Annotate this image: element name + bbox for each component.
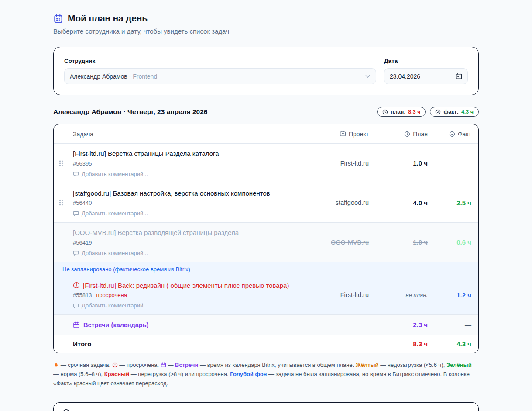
- task-id: #56440: [73, 200, 303, 206]
- tasks-table: Задача Проект План Факт: [53, 124, 479, 353]
- alert-circle-icon: [73, 282, 80, 289]
- clock-icon: [404, 131, 410, 137]
- employee-field: Сотрудник Александр Абрамов · Frontend: [64, 58, 376, 84]
- clock-icon: [382, 109, 388, 115]
- column-header-task: Задача: [73, 131, 303, 138]
- comment-input[interactable]: Добавить комментарий...: [73, 250, 303, 256]
- question-circle-icon: [62, 409, 70, 411]
- plan-cell: 1.0 ч: [369, 238, 428, 246]
- page-header: Мой план на день Выберите сотрудника и д…: [53, 13, 479, 35]
- legend: — срочная задача. — просрочена. — Встреч…: [53, 361, 472, 388]
- task-id: #56395: [73, 160, 303, 167]
- employee-name: Александр Абрамов: [70, 73, 127, 80]
- plan-badge-value: 8.3 ч: [408, 109, 420, 115]
- plan-badge-label: план:: [391, 109, 405, 115]
- calendar-icon: [53, 14, 63, 24]
- task-row-completed: [OOO-MVB.ru] Верстка разводящей страницы…: [54, 223, 478, 262]
- calendar-icon: [161, 362, 168, 368]
- meetings-row: Встречи (календарь) 2.3 ч —: [54, 315, 478, 335]
- help-title: Как пользоваться инструментом: [74, 409, 181, 411]
- date-value: 23.04.2026: [390, 73, 420, 80]
- legend-green-word: Зелёный: [446, 362, 472, 368]
- fact-badge: факт: 4.3 ч: [430, 107, 479, 117]
- fact-cell: —: [428, 159, 471, 167]
- fact-cell: 0.6 ч: [428, 238, 471, 246]
- task-title[interactable]: [First-ltd.ru] Back: редизайн ( общие эл…: [83, 281, 289, 290]
- date-picker-calendar-icon[interactable]: [456, 73, 462, 79]
- task-title[interactable]: [OOO-MVB.ru] Верстка разводящей страницы…: [73, 228, 303, 237]
- comment-icon: [73, 303, 79, 309]
- project-cell: OOO-MVB.ru: [303, 239, 369, 246]
- plan-cell: не план.: [369, 292, 428, 298]
- total-label: Итого: [73, 340, 303, 348]
- plan-cell: 4.0 ч: [369, 199, 428, 207]
- fact-cell: 1.2 ч: [428, 291, 471, 299]
- check-circle-icon: [449, 131, 455, 137]
- employee-select[interactable]: Александр Абрамов · Frontend: [64, 68, 376, 84]
- folder-icon: [340, 131, 346, 137]
- comment-input[interactable]: Добавить комментарий...: [73, 171, 303, 177]
- comment-input[interactable]: Добавить комментарий...: [73, 302, 303, 309]
- total-row: Итого 8.3 ч 4.3 ч: [54, 335, 478, 353]
- date-field: Дата 23.04.2026: [384, 58, 468, 84]
- comment-icon: [73, 171, 79, 177]
- page: Мой план на день Выберите сотрудника и д…: [53, 0, 479, 411]
- legend-blue-word: Голубой фон: [230, 371, 267, 377]
- fact-cell: 2.5 ч: [428, 199, 471, 207]
- fact-cell: —: [428, 321, 471, 328]
- plan-cell: 2.3 ч: [369, 321, 428, 328]
- page-subtitle: Выберите сотрудника и дату, чтобы увидет…: [53, 28, 479, 35]
- project-cell: First-ltd.ru: [303, 291, 369, 298]
- task-row: [First-ltd.ru] Верстка страницы Раздела …: [54, 144, 478, 183]
- project-cell: First-ltd.ru: [303, 160, 369, 167]
- comment-icon: [73, 250, 79, 256]
- column-header-fact: Факт: [458, 131, 471, 138]
- overdue-badge: просрочена: [96, 292, 127, 298]
- flame-icon: [53, 362, 61, 368]
- comment-input[interactable]: Добавить комментарий...: [73, 210, 303, 217]
- task-title[interactable]: [First-ltd.ru] Верстка страницы Раздела …: [73, 149, 303, 158]
- filters-card: Сотрудник Александр Абрамов · Frontend Д…: [53, 47, 479, 95]
- task-row-unplanned: [First-ltd.ru] Back: редизайн ( общие эл…: [54, 276, 478, 315]
- legend-yellow-word: Жёлтый: [356, 362, 379, 368]
- project-cell: staffgood.ru: [303, 199, 369, 206]
- task-title[interactable]: [staffgood.ru] Базовая настройка, верстк…: [73, 189, 303, 198]
- drag-handle-icon[interactable]: [59, 200, 63, 206]
- employee-role: · Frontend: [129, 73, 158, 80]
- check-circle-icon: [435, 109, 441, 115]
- day-title: Александр Абрамов · Четверг, 23 апреля 2…: [53, 108, 207, 116]
- task-row: [staffgood.ru] Базовая настройка, верстк…: [54, 183, 478, 223]
- plan-cell: 1.0 ч: [369, 159, 428, 167]
- total-fact: 4.3 ч: [428, 340, 471, 348]
- legend-meetings-word: Встречи: [175, 362, 198, 368]
- plan-badge: план: 8.3 ч: [377, 107, 426, 117]
- chevron-down-icon[interactable]: [463, 409, 470, 411]
- comment-icon: [73, 211, 79, 217]
- total-plan: 8.3 ч: [369, 340, 428, 348]
- alert-circle-icon: [112, 362, 120, 368]
- help-accordion[interactable]: Как пользоваться инструментом: [53, 402, 479, 411]
- column-header-plan: План: [413, 131, 428, 138]
- date-label: Дата: [384, 58, 468, 64]
- chevron-down-icon: [365, 73, 371, 79]
- task-id: #56419: [73, 239, 303, 246]
- day-header: Александр Абрамов · Четверг, 23 апреля 2…: [53, 107, 479, 117]
- table-header-row: Задача Проект План Факт: [54, 124, 478, 144]
- fact-badge-value: 4.3 ч: [461, 109, 474, 115]
- legend-red-word: Красный: [104, 371, 129, 377]
- fact-badge-label: факт:: [443, 109, 458, 115]
- column-header-project: Проект: [349, 131, 369, 138]
- meetings-label[interactable]: Встречи (календарь): [83, 321, 148, 328]
- date-input[interactable]: 23.04.2026: [384, 68, 468, 84]
- task-id: #55813: [73, 292, 92, 298]
- employee-label: Сотрудник: [64, 58, 376, 64]
- unplanned-section-label: Не запланировано (фактическое время из B…: [54, 262, 478, 276]
- page-title: Мой план на день: [68, 13, 148, 24]
- meetings-calendar-icon: [73, 321, 80, 328]
- drag-handle-icon[interactable]: [59, 160, 63, 166]
